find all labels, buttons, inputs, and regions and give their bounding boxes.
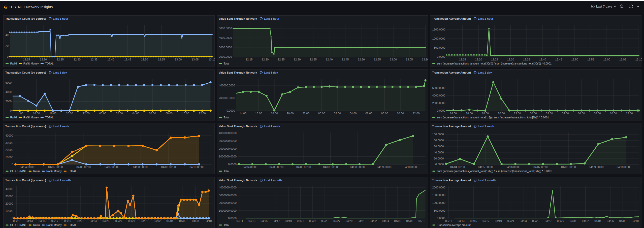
svg-text:Last 1 week: Last 1 week xyxy=(478,125,494,128)
svg-text:13:00: 13:00 xyxy=(390,58,397,61)
svg-text:04/09 00:00: 04/09 00:00 xyxy=(161,166,176,169)
svg-text:04/02: 04/02 xyxy=(154,219,161,222)
svg-text:Transaction average amount: Transaction average amount xyxy=(437,223,471,226)
svg-text:Last 1 day: Last 1 day xyxy=(478,71,492,74)
svg-text:12:40: 12:40 xyxy=(539,58,546,61)
svg-text:12:25: 12:25 xyxy=(278,58,285,61)
svg-text:20: 20 xyxy=(6,44,9,47)
svg-text:02:00: 02:00 xyxy=(116,112,123,115)
svg-text:Last 1 week: Last 1 week xyxy=(53,125,69,128)
svg-text:04/04: 04/04 xyxy=(594,219,601,222)
svg-text:06:00: 06:00 xyxy=(578,112,585,115)
svg-text:08:00: 08:00 xyxy=(381,112,388,115)
svg-text:03/27: 03/27 xyxy=(545,219,552,222)
svg-text:sum (increase(transactions_amo: sum (increase(transactions_amount_total[… xyxy=(437,170,552,173)
svg-text:03/31: 03/31 xyxy=(141,219,148,222)
svg-text:Last 1 hour: Last 1 hour xyxy=(264,17,280,20)
svg-text:12:30: 12:30 xyxy=(74,58,81,61)
svg-text:12:50: 12:50 xyxy=(358,58,365,61)
svg-text:0.0000: 0.0000 xyxy=(437,109,445,112)
svg-text:04/04 00:00: 04/04 00:00 xyxy=(20,166,35,169)
svg-text:04/06 00:00: 04/06 00:00 xyxy=(76,166,91,169)
svg-text:00:00: 00:00 xyxy=(530,112,537,115)
svg-text:Last 1 month: Last 1 month xyxy=(264,179,282,182)
svg-text:04/09 00:00: 04/09 00:00 xyxy=(377,166,392,169)
svg-text:04/08: 04/08 xyxy=(406,219,413,222)
svg-text:04/08 00:00: 04/08 00:00 xyxy=(561,166,576,169)
svg-text:03/11: 03/11 xyxy=(445,219,452,222)
svg-text:Rafiki Money: Rafiki Money xyxy=(23,116,39,119)
svg-text:03/15: 03/15 xyxy=(470,219,477,222)
svg-text:04/05 00:00: 04/05 00:00 xyxy=(269,166,284,169)
svg-text:04/04 00:00: 04/04 00:00 xyxy=(450,166,465,169)
svg-text:4000000.0000: 4000000.0000 xyxy=(219,132,237,135)
svg-text:03/19: 03/19 xyxy=(495,219,502,222)
svg-text:03/21: 03/21 xyxy=(507,219,514,222)
svg-text:Last 1 day: Last 1 day xyxy=(264,71,278,74)
svg-text:12:50: 12:50 xyxy=(141,58,148,61)
svg-text:22:00: 22:00 xyxy=(83,112,90,115)
svg-text:6000.0000: 6000.0000 xyxy=(432,86,445,89)
svg-text:13:05: 13:05 xyxy=(406,58,413,61)
svg-text:Last 1 week: Last 1 week xyxy=(264,125,280,128)
svg-text:03/21: 03/21 xyxy=(77,219,84,222)
svg-text:20000: 20000 xyxy=(6,148,13,151)
svg-text:12:40: 12:40 xyxy=(107,58,114,61)
svg-text:04/02: 04/02 xyxy=(370,219,377,222)
svg-text:12:15: 12:15 xyxy=(23,58,30,61)
svg-text:40.0000: 40.0000 xyxy=(434,151,444,154)
svg-text:04/07 00:00: 04/07 00:00 xyxy=(323,166,338,169)
svg-text:04/06: 04/06 xyxy=(607,219,614,222)
svg-text:04/04: 04/04 xyxy=(382,219,389,222)
svg-text:TOTAL: TOTAL xyxy=(68,170,77,173)
svg-text:Transaction Count (by source): Transaction Count (by source) xyxy=(5,125,46,128)
svg-text:20.0000: 20.0000 xyxy=(434,157,444,160)
svg-text:03/19: 03/19 xyxy=(64,219,71,222)
svg-text:04/10 00:00: 04/10 00:00 xyxy=(617,166,631,169)
svg-text:04/08 00:00: 04/08 00:00 xyxy=(133,166,148,169)
svg-text:Rafiki Money: Rafiki Money xyxy=(46,170,62,173)
svg-text:3000000.0000: 3000000.0000 xyxy=(219,139,237,142)
svg-text:20:00: 20:00 xyxy=(287,112,294,115)
svg-text:12:55: 12:55 xyxy=(587,58,594,61)
svg-text:1000.0000: 1000.0000 xyxy=(432,37,445,40)
svg-text:03/27: 03/27 xyxy=(115,219,122,222)
svg-text:04/10 00:00: 04/10 00:00 xyxy=(404,166,418,169)
svg-text:4000.0000: 4000.0000 xyxy=(219,36,232,39)
svg-text:CLOUD-NINE: CLOUD-NINE xyxy=(10,223,27,226)
svg-text:2000000.0000: 2000000.0000 xyxy=(219,201,237,204)
svg-text:2000.0000: 2000.0000 xyxy=(219,55,232,58)
svg-text:0.0000: 0.0000 xyxy=(435,163,444,166)
svg-text:2000000.0000: 2000000.0000 xyxy=(219,147,237,150)
svg-text:TOTAL: TOTAL xyxy=(68,223,77,226)
svg-text:1000000.0000: 1000000.0000 xyxy=(219,155,237,158)
svg-text:0.0000: 0.0000 xyxy=(437,55,445,58)
svg-text:40000: 40000 xyxy=(6,187,13,190)
svg-text:20:00: 20:00 xyxy=(498,112,505,115)
svg-text:13:10: 13:10 xyxy=(422,58,428,61)
svg-text:18:00: 18:00 xyxy=(482,112,489,115)
svg-text:CLOUD-NINE: CLOUD-NINE xyxy=(10,170,27,173)
svg-text:Rafiki: Rafiki xyxy=(33,223,40,226)
svg-text:03/17: 03/17 xyxy=(51,219,58,222)
svg-text:10:00: 10:00 xyxy=(182,112,189,115)
svg-text:Total: Total xyxy=(224,170,229,173)
svg-text:03/15: 03/15 xyxy=(261,219,268,222)
svg-text:12:40: 12:40 xyxy=(326,58,333,61)
svg-text:04/10 00:00: 04/10 00:00 xyxy=(189,166,204,169)
svg-text:Rafiki: Rafiki xyxy=(33,170,40,173)
svg-text:Last 1 hour: Last 1 hour xyxy=(478,17,493,20)
svg-text:03/13: 03/13 xyxy=(248,219,255,222)
svg-text:12:25: 12:25 xyxy=(57,58,64,61)
svg-text:0.0000: 0.0000 xyxy=(437,217,445,220)
svg-text:14:00: 14:00 xyxy=(16,112,23,115)
svg-text:08:00: 08:00 xyxy=(594,112,601,115)
svg-text:0: 0 xyxy=(10,109,12,112)
svg-text:Total: Total xyxy=(224,62,229,65)
svg-text:6000: 6000 xyxy=(6,81,12,84)
svg-text:16:00: 16:00 xyxy=(33,112,40,115)
svg-text:4000: 4000 xyxy=(6,90,12,93)
svg-text:12:15: 12:15 xyxy=(246,58,253,61)
svg-text:04/10: 04/10 xyxy=(205,219,212,222)
svg-text:04/06: 04/06 xyxy=(394,219,401,222)
